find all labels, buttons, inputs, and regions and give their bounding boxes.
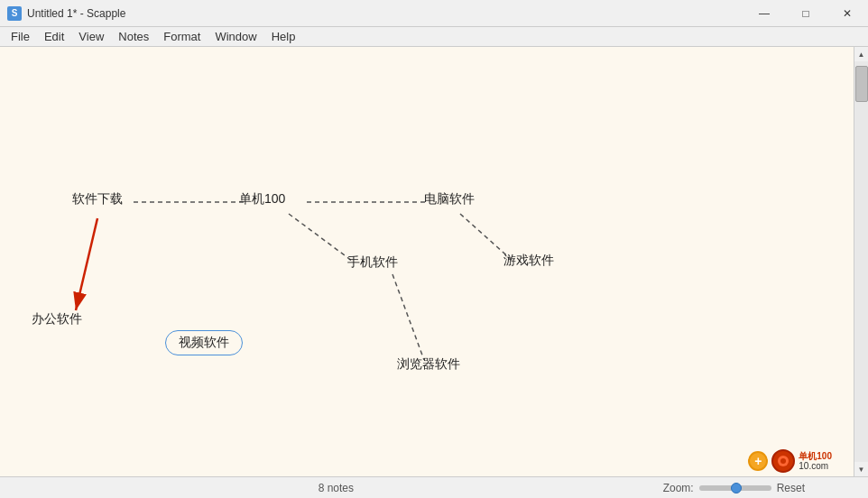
menu-view[interactable]: View: [71, 28, 111, 45]
scroll-track[interactable]: [854, 61, 869, 462]
node-pc-software[interactable]: 电脑软件: [424, 191, 475, 208]
zoom-thumb[interactable]: [731, 483, 742, 493]
canvas-area[interactable]: 软件下载 单机100 电脑软件 手机软件 游戏软件 办公软件 视频软件 浏览器软…: [0, 47, 854, 476]
maximize-button[interactable]: □: [785, 0, 826, 27]
node-browser-software[interactable]: 浏览器软件: [397, 356, 460, 373]
window-controls: — □ ✕: [743, 0, 868, 27]
watermark-logo: + 单机100 10.com: [748, 449, 832, 473]
scroll-thumb[interactable]: [855, 66, 868, 102]
zoom-label: Zoom:: [663, 482, 694, 494]
node-game-software[interactable]: 游戏软件: [503, 253, 554, 269]
menu-help[interactable]: Help: [264, 28, 303, 45]
zoom-slider[interactable]: [699, 485, 771, 491]
minimize-button[interactable]: —: [743, 0, 785, 27]
menu-format[interactable]: Format: [156, 28, 208, 45]
scroll-down-arrow[interactable]: ▼: [854, 462, 869, 476]
node-office-software[interactable]: 办公软件: [32, 311, 82, 327]
menu-file[interactable]: File: [4, 28, 37, 45]
logo-add-icon: +: [748, 451, 768, 471]
close-button[interactable]: ✕: [826, 0, 868, 27]
menu-window[interactable]: Window: [208, 28, 263, 45]
reset-label[interactable]: Reset: [777, 482, 805, 494]
menu-notes[interactable]: Notes: [111, 28, 156, 45]
scroll-up-arrow[interactable]: ▲: [854, 47, 869, 61]
menu-edit[interactable]: Edit: [37, 28, 71, 45]
title-bar-text: Untitled 1* - Scapple: [27, 7, 125, 20]
logo-main-icon: [771, 449, 795, 473]
status-bar: 8 notes Zoom: Reset: [0, 476, 868, 498]
logo-text-bottom: 10.com: [799, 461, 832, 471]
svg-line-6: [76, 218, 97, 310]
title-bar: S Untitled 1* - Scapple — □ ✕: [0, 0, 868, 27]
menu-bar: File Edit View Notes Format Window Help: [0, 27, 868, 47]
main-area: 软件下载 单机100 电脑软件 手机软件 游戏软件 办公软件 视频软件 浏览器软…: [0, 47, 868, 476]
app-icon: S: [7, 6, 22, 21]
node-mobile-software[interactable]: 手机软件: [347, 254, 398, 271]
notes-count: 8 notes: [9, 482, 663, 494]
vertical-scrollbar[interactable]: ▲ ▼: [854, 47, 868, 476]
connections-svg: [0, 47, 854, 476]
logo-text-top: 单机100: [799, 451, 832, 461]
node-video-software[interactable]: 视频软件: [165, 330, 243, 355]
svg-point-8: [780, 458, 786, 464]
svg-line-5: [392, 274, 424, 360]
node-software-download[interactable]: 软件下载: [72, 191, 123, 208]
node-jiji100[interactable]: 单机100: [239, 191, 285, 208]
svg-line-3: [289, 214, 352, 261]
zoom-control: Zoom: Reset: [663, 482, 805, 494]
